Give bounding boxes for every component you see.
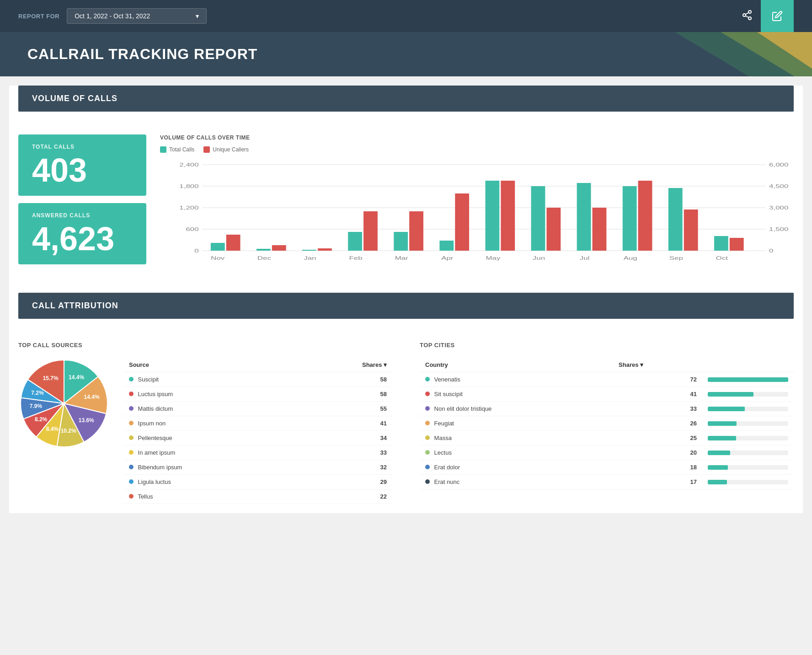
table-row: Erat nunc 17: [420, 475, 794, 489]
svg-text:Apr: Apr: [441, 255, 454, 261]
cities-table: Country Shares ▾ Venenatis 72: [420, 358, 794, 489]
svg-text:May: May: [486, 255, 501, 261]
share-button[interactable]: [733, 5, 761, 27]
city-name: Lectus: [420, 446, 613, 460]
bar-background: [708, 480, 788, 484]
table-row: Bibendum ipsum 32: [123, 460, 392, 475]
table-row: Tellus 22: [123, 489, 392, 504]
city-color-dot: [425, 392, 430, 396]
legend-teal-dot: [160, 146, 166, 153]
svg-text:7.9%: 7.9%: [30, 403, 43, 409]
edit-button[interactable]: [761, 0, 794, 32]
source-color-dot: [129, 392, 134, 396]
bar-chart-container: 2,400 1,800 1,200 600 0 6,000 4,500 3,00…: [160, 160, 794, 270]
city-bar-cell: [702, 402, 794, 416]
svg-text:Jan: Jan: [304, 255, 316, 261]
table-row: Suscipit 58: [123, 372, 392, 387]
svg-text:Mar: Mar: [395, 255, 408, 261]
city-value: 72: [613, 372, 702, 387]
source-value: 32: [296, 460, 392, 475]
source-value: 58: [296, 387, 392, 402]
svg-text:14.4%: 14.4%: [84, 394, 100, 400]
svg-text:13.6%: 13.6%: [79, 417, 94, 424]
svg-text:10.2%: 10.2%: [61, 428, 76, 434]
source-name: Mattis dictum: [123, 402, 296, 416]
legend-total-calls: Total Calls: [160, 146, 194, 153]
source-color-dot: [129, 494, 134, 499]
date-selector[interactable]: Oct 1, 2022 - Oct 31, 2022 ▾: [67, 8, 207, 24]
answered-calls-value: 4,623: [32, 222, 133, 255]
svg-text:2,400: 2,400: [179, 162, 198, 167]
answered-calls-card: ANSWERED CALLS 4,623: [18, 203, 146, 264]
svg-text:0: 0: [194, 248, 198, 253]
city-color-dot: [425, 421, 430, 425]
city-bar-cell: [702, 475, 794, 489]
source-name: Ipsum non: [123, 416, 296, 431]
svg-rect-43: [668, 188, 683, 251]
svg-text:3,000: 3,000: [769, 205, 788, 210]
city-color-dot: [425, 406, 430, 411]
shares-col-header: Shares ▾: [296, 358, 392, 372]
bar-background: [708, 407, 788, 411]
svg-text:14.4%: 14.4%: [69, 374, 84, 381]
total-calls-label: TOTAL CALLS: [32, 144, 133, 150]
city-name: Erat dolor: [420, 460, 613, 475]
source-name: In amet ipsum: [123, 446, 296, 460]
table-row: Sit suscipit 41: [420, 387, 794, 402]
svg-rect-37: [531, 186, 545, 251]
table-row: Ligula luctus 29: [123, 475, 392, 489]
table-row: In amet ipsum 33: [123, 446, 392, 460]
stats-column: TOTAL CALLS 403 ANSWERED CALLS 4,623: [18, 134, 146, 270]
svg-rect-33: [439, 241, 454, 251]
city-sort-icon[interactable]: ▾: [640, 361, 643, 368]
table-row: Mattis dictum 55: [123, 402, 392, 416]
svg-rect-28: [318, 248, 332, 251]
city-color-dot: [425, 435, 430, 440]
attribution-section-header: CALL ATTRIBUTION: [18, 293, 794, 319]
header-left: REPORT FOR Oct 1, 2022 - Oct 31, 2022 ▾: [18, 8, 207, 24]
source-name: Tellus: [123, 489, 296, 504]
legend-total-calls-label: Total Calls: [169, 146, 194, 153]
table-row: Non elit dolor tristique 33: [420, 402, 794, 416]
answered-calls-label: ANSWERED CALLS: [32, 212, 133, 219]
bar-fill: [708, 377, 788, 382]
city-value: 33: [613, 402, 702, 416]
city-color-dot: [425, 377, 430, 381]
svg-point-0: [748, 11, 751, 13]
source-value: 41: [296, 416, 392, 431]
volume-section: VOLUME OF CALLS TOTAL CALLS 403 ANSWERED…: [18, 86, 794, 279]
city-name: Massa: [420, 431, 613, 446]
top-call-sources-label: TOP CALL SOURCES: [18, 342, 392, 349]
svg-text:Jun: Jun: [533, 255, 545, 261]
svg-text:Dec: Dec: [257, 255, 271, 261]
attribution-content: TOP CALL SOURCES 14.4%14.4%13.6%10.2%8.4…: [18, 333, 794, 513]
source-name: Bibendum ipsum: [123, 460, 296, 475]
city-value: 26: [613, 416, 702, 431]
svg-text:1,800: 1,800: [179, 183, 198, 189]
bar-col-header: [702, 358, 794, 372]
table-row: Feugiat 26: [420, 416, 794, 431]
source-color-dot: [129, 465, 134, 469]
svg-text:Jul: Jul: [580, 255, 590, 261]
bar-background: [708, 451, 788, 455]
city-bar-cell: [702, 416, 794, 431]
svg-text:Aug: Aug: [624, 255, 637, 261]
svg-rect-40: [593, 208, 607, 251]
source-value: 55: [296, 402, 392, 416]
sort-icon[interactable]: ▾: [384, 361, 387, 368]
source-name: Luctus ipsum: [123, 387, 296, 402]
bar-fill: [708, 407, 745, 411]
svg-rect-38: [546, 208, 561, 251]
source-value: 34: [296, 431, 392, 446]
source-color-dot: [129, 377, 134, 381]
svg-rect-31: [394, 232, 408, 251]
chart-title: VOLUME OF CALLS OVER TIME: [160, 134, 794, 141]
svg-rect-39: [577, 183, 591, 251]
city-value: 17: [613, 475, 702, 489]
city-shares-col-header: Shares ▾: [613, 358, 702, 372]
page-title: CALLRAIL TRACKING REPORT: [27, 46, 785, 63]
bar-fill: [708, 480, 727, 484]
svg-text:15.7%: 15.7%: [43, 375, 59, 381]
sources-tbody: Suscipit 58 Luctus ipsum 58 Mattis dictu…: [123, 372, 392, 504]
svg-text:Oct: Oct: [716, 255, 728, 261]
